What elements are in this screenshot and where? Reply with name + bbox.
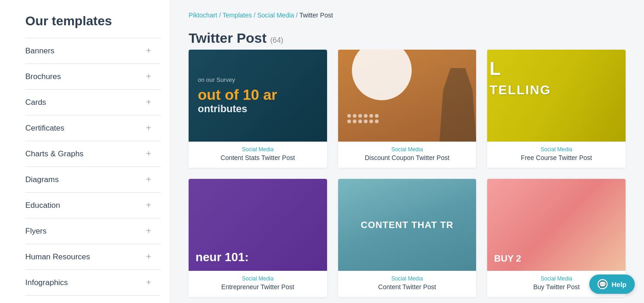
page-title: Twitter Post: [189, 30, 266, 46]
help-button[interactable]: 💬 Help: [589, 274, 635, 294]
template-info-1: Social Media Content Stats Twitter Post: [189, 142, 327, 168]
template-info-4: Social Media Entrepreneur Twitter Post: [189, 271, 327, 297]
expand-icon-hr: +: [146, 252, 151, 262]
template-name-4: Entrepreneur Twitter Post: [196, 283, 320, 291]
template-name-5: Content Twitter Post: [345, 283, 470, 291]
sidebar: Our templates Banners + Brochures + Card…: [0, 0, 170, 303]
thumb-2-dots: [347, 114, 379, 123]
template-category-4: Social Media: [196, 275, 320, 282]
thumb-5-text: CONTENT THAT TR: [361, 220, 453, 230]
template-thumb-3: LTELLING: [487, 50, 626, 142]
breadcrumb-sep-1: /: [219, 11, 223, 19]
thumb-5-inner: CONTENT THAT TR: [361, 220, 453, 230]
big-text-1: out of 10 ar: [198, 87, 318, 103]
template-name-3: Free Course Twitter Post: [494, 154, 619, 161]
breadcrumb-piktochart[interactable]: Piktochart: [189, 11, 217, 19]
sidebar-title: Our templates: [25, 14, 161, 29]
expand-icon-cards: +: [146, 97, 151, 108]
breadcrumb-sep-3: /: [296, 11, 299, 19]
template-card-entrepreneur[interactable]: neur 101: Social Media Entrepreneur Twit…: [189, 179, 327, 297]
template-card-content-stats[interactable]: on our Survey out of 10 ar ontributes So…: [189, 50, 327, 168]
thumb-6-text: BUY 2: [494, 253, 521, 264]
expand-icon-infographics: +: [146, 277, 151, 288]
template-category-3: Social Media: [494, 146, 619, 153]
template-thumb-6: BUY 2: [487, 179, 626, 271]
sidebar-item-banners[interactable]: Banners +: [25, 38, 161, 64]
expand-icon-brochures: +: [146, 71, 151, 82]
expand-icon-charts: +: [146, 149, 151, 159]
template-info-5: Social Media Content Twitter Post: [338, 271, 477, 297]
template-thumb-2: [338, 50, 477, 142]
breadcrumb-twitter-post[interactable]: Twitter Post: [299, 11, 333, 19]
template-name-2: Discount Coupon Twitter Post: [345, 154, 470, 161]
sub-text-1: ontributes: [198, 103, 318, 115]
breadcrumb: Piktochart / Templates / Social Media / …: [189, 11, 626, 19]
template-name-1: Content Stats Twitter Post: [196, 154, 320, 161]
expand-icon-diagrams: +: [146, 174, 151, 185]
template-info-2: Social Media Discount Coupon Twitter Pos…: [338, 142, 477, 168]
expand-icon-education: +: [146, 200, 151, 211]
template-category-2: Social Media: [345, 146, 470, 153]
template-card-discount-coupon[interactable]: Social Media Discount Coupon Twitter Pos…: [338, 50, 477, 168]
expand-icon-flyers: +: [146, 226, 151, 236]
template-category-1: Social Media: [196, 146, 320, 153]
page-count: (64): [270, 36, 283, 45]
expand-icon-banners: +: [146, 46, 151, 56]
sidebar-item-flyers[interactable]: Flyers +: [25, 218, 161, 244]
sidebar-item-infographics[interactable]: Infographics +: [25, 270, 161, 296]
sidebar-item-certificates[interactable]: Certificates +: [25, 115, 161, 141]
template-grid: on our Survey out of 10 ar ontributes So…: [189, 50, 626, 297]
template-category-5: Social Media: [345, 275, 470, 282]
template-info-3: Social Media Free Course Twitter Post: [487, 142, 626, 168]
survey-text: on our Survey: [198, 76, 318, 83]
page-header: Twitter Post (64): [189, 30, 626, 46]
breadcrumb-social-media[interactable]: Social Media: [257, 11, 294, 19]
template-thumb-1: on our Survey out of 10 ar ontributes: [189, 50, 327, 142]
sidebar-item-education[interactable]: Education +: [25, 193, 161, 218]
main-content: Piktochart / Templates / Social Media / …: [170, 0, 644, 303]
help-chat-icon: 💬: [598, 279, 608, 289]
thumb-3-bigtext: LTELLING: [489, 59, 551, 97]
template-thumb-4: neur 101:: [189, 179, 327, 271]
template-card-free-course[interactable]: LTELLING Social Media Free Course Twitte…: [487, 50, 626, 168]
expand-icon-certificates: +: [146, 123, 151, 133]
breadcrumb-templates[interactable]: Templates: [223, 11, 252, 19]
sidebar-item-diagrams[interactable]: Diagrams +: [25, 167, 161, 193]
sidebar-item-cards[interactable]: Cards +: [25, 90, 161, 115]
sidebar-item-human-resources[interactable]: Human Resources +: [25, 244, 161, 270]
template-thumb-5: CONTENT THAT TR: [338, 179, 477, 271]
sidebar-item-charts-graphs[interactable]: Charts & Graphs +: [25, 141, 161, 167]
breadcrumb-sep-2: /: [253, 11, 257, 19]
sidebar-item-brochures[interactable]: Brochures +: [25, 64, 161, 90]
thumb-4-text: neur 101:: [196, 251, 249, 264]
help-label: Help: [611, 280, 627, 288]
template-card-content-tr[interactable]: CONTENT THAT TR Social Media Content Twi…: [338, 179, 477, 297]
